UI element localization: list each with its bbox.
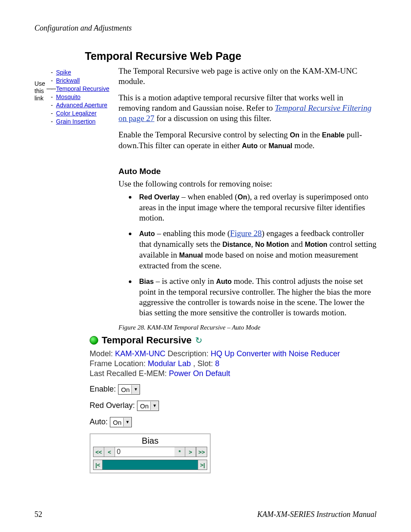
heading-auto-mode: Auto Mode (118, 167, 377, 176)
sidebar-note-line: this (34, 87, 44, 94)
status-dot-icon (90, 336, 98, 345)
paragraph: Use the following controls for removing … (118, 179, 377, 189)
nav-item-spike: -Spike (56, 68, 118, 77)
label: Enable: (90, 385, 118, 393)
control-auto: Auto: On ▼ (90, 417, 377, 427)
label: Description: (165, 349, 211, 358)
text-run: – enabling this mode ( (155, 229, 230, 238)
bias-slider-track[interactable] (103, 460, 198, 470)
bias-increment-button[interactable]: > (185, 447, 196, 457)
panel-title: Temporal Recursive (102, 335, 192, 346)
ui-term: On (237, 193, 247, 201)
select-value: On (137, 402, 150, 410)
page-number: 52 (34, 510, 42, 519)
control-enable: Enable: On ▼ (90, 384, 377, 395)
sidebar-note: Use this link (34, 80, 47, 102)
nav-link-mosquito[interactable]: Mosquito (56, 93, 81, 100)
bias-spin-row: << < 0 * > >> (93, 447, 207, 457)
label: Auto: (90, 417, 110, 426)
nav-link-advanced-aperture[interactable]: Advanced Aperture (56, 102, 107, 109)
label: Red Overlay: (90, 401, 137, 410)
value: HQ Up Converter with Noise Reducer (211, 349, 340, 358)
ui-term: Bias (139, 278, 154, 285)
sidebar: Use this link -Spike -Brickwall -Tempora… (34, 66, 118, 126)
page-title: Temporal Recursive Web Page (85, 50, 377, 62)
red-overlay-select[interactable]: On ▼ (137, 401, 159, 411)
panel-emem-line: Last Recalled E-MEM: Power On Default (90, 369, 377, 378)
ui-term: Manual (179, 252, 203, 259)
bias-title: Bias (93, 436, 207, 446)
text-run: Enable the Temporal Recursive control by… (118, 130, 290, 139)
manual-title: KAM-XM-SERIES Instruction Manual (257, 510, 377, 519)
ui-term: Enable (322, 131, 344, 139)
nav-item-grain-insertion: -Grain Insertion (56, 118, 118, 126)
text-run: , (251, 240, 255, 249)
auto-select[interactable]: On ▼ (110, 417, 132, 427)
nav-link-brickwall[interactable]: Brickwall (56, 77, 80, 84)
select-value: On (118, 386, 131, 393)
nav-link-spike[interactable]: Spike (56, 69, 71, 76)
nav-item-advanced-aperture: -Advanced Aperture (56, 101, 118, 109)
page-footer: 52 KAM-XM-SERIES Instruction Manual (34, 510, 377, 519)
paragraph: Enable the Temporal Recursive control by… (118, 130, 377, 151)
bullet-bias: Bias – is active only in Auto mode. This… (137, 276, 377, 318)
enable-select[interactable]: On ▼ (118, 384, 140, 395)
link-figure-28[interactable]: Figure 28 (230, 229, 262, 238)
link-temporal-recursive-filtering[interactable]: Temporal Recursive Filtering (275, 103, 371, 112)
refresh-icon[interactable]: ↻ (195, 335, 202, 345)
label: Frame Location: (90, 359, 148, 368)
value: Modular Lab (148, 359, 191, 368)
ui-term: Auto (216, 278, 231, 285)
label: Last Recalled E-MEM: (90, 369, 169, 378)
bullet-red-overlay: Red Overlay – when enabled (On), a red o… (137, 192, 377, 223)
bias-slider[interactable]: |< >| (93, 460, 207, 470)
ui-term: Manual (268, 142, 292, 149)
ui-term: Motion (305, 241, 327, 248)
value: Power On Default (169, 369, 230, 378)
chevron-down-icon: ▼ (150, 401, 159, 410)
nav-item-temporal-recursive: -Temporal Recursive (56, 85, 118, 93)
nav-link-color-legalizer[interactable]: Color Legalizer (56, 110, 97, 117)
ui-term: No Motion (255, 241, 289, 248)
text-run: and (289, 240, 305, 249)
text-run: or (258, 141, 268, 150)
running-header: Configuration and Adjustments (34, 24, 377, 33)
paragraph: The Temporal Recursive web page is activ… (118, 66, 377, 87)
ui-term: Red Overlay (139, 193, 179, 201)
nav-item-color-legalizer: -Color Legalizer (56, 109, 118, 118)
panel-frame-line: Frame Location: Modular Lab , Slot: 8 (90, 359, 377, 368)
text-run: in the (299, 130, 322, 139)
chevron-down-icon: ▼ (123, 418, 131, 426)
nav-item-brickwall: -Brickwall (56, 77, 118, 85)
bias-widget: Bias << < 0 * > >> |< >| (90, 433, 211, 473)
label: , Slot: (191, 359, 215, 368)
ui-term: Auto (139, 230, 155, 237)
nav-link-temporal-recursive[interactable]: Temporal Recursive (56, 85, 109, 92)
text-run: – is active only in (154, 277, 216, 286)
ui-term: On (290, 131, 299, 139)
bullet-auto: Auto – enabling this mode (Figure 28) en… (137, 228, 377, 271)
bias-decrement-button[interactable]: < (104, 447, 115, 457)
link-page-27[interactable]: on page 27 (118, 114, 154, 123)
bias-value-input[interactable]: 0 (115, 447, 174, 457)
sidebar-note-line: link (34, 95, 44, 102)
value: 8 (215, 359, 219, 368)
ui-term: Distance (222, 241, 251, 248)
select-value: On (110, 419, 123, 426)
chevron-down-icon: ▼ (131, 385, 140, 394)
label: Model: (90, 349, 115, 358)
paragraph: This is a motion adaptive temporal recur… (118, 93, 377, 124)
ui-term: Auto (242, 142, 257, 149)
text-run: mode. (292, 141, 314, 150)
nav-item-mosquito: -Mosquito (56, 93, 118, 101)
nav-link-grain-insertion[interactable]: Grain Insertion (56, 118, 96, 125)
bias-reset-button[interactable]: * (174, 447, 185, 457)
bias-slider-max-button[interactable]: >| (198, 460, 207, 470)
value: KAM-XM-UNC (115, 349, 165, 358)
bias-fast-decrement-button[interactable]: << (93, 447, 104, 457)
text-run: for a discussion on using this filter. (154, 114, 271, 123)
sidebar-note-line: Use (34, 80, 45, 87)
panel-model-line: Model: KAM-XM-UNC Description: HQ Up Con… (90, 349, 377, 358)
bias-fast-increment-button[interactable]: >> (196, 447, 207, 457)
bias-slider-min-button[interactable]: |< (93, 460, 103, 470)
